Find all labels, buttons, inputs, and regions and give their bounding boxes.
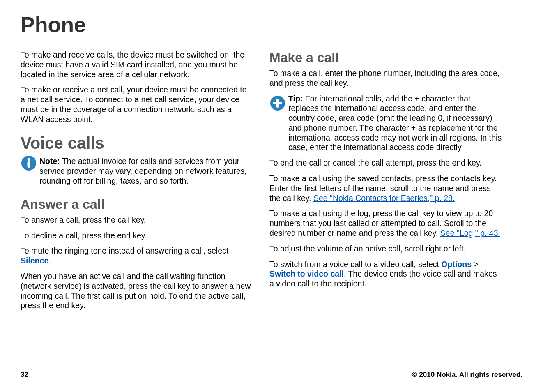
two-column-layout: To make and receive calls, the device mu… [21,50,522,316]
answer-call-text: To answer a call, press the call key. [21,215,253,225]
tip-label: Tip: [288,94,303,103]
video-text-1: To switch from a voice call to a video c… [269,260,441,269]
intro-paragraph-1: To make and receive calls, the device mu… [21,50,253,79]
heading-voice-calls: Voice calls [21,134,253,152]
switch-to-video-label: Switch to video call [269,269,344,278]
log-call-text: To make a call using the log, press the … [269,209,502,238]
decline-call-text: To decline a call, press the end key. [21,231,253,241]
video-call-text: To switch from a voice call to a video c… [269,260,502,289]
tip-icon [269,95,286,111]
link-nokia-contacts[interactable]: See "Nokia Contacts for Eseries," p. 28. [313,194,455,203]
silence-label: Silence [21,256,48,265]
chapter-title: Phone [21,12,522,37]
left-column: To make and receive calls, the device mu… [21,50,261,316]
heading-make-a-call: Make a call [269,50,502,65]
make-call-text: To make a call, enter the phone number, … [269,69,502,88]
note-text: Note: The actual invoice for calls and s… [39,157,253,186]
page-footer: 32 © 2010 Nokia. All rights reserved. [21,371,522,379]
link-log[interactable]: See "Log," p. 43. [440,228,500,238]
svg-point-1 [28,158,30,161]
mute-call-text: To mute the ringing tone instead of answ… [21,246,253,266]
volume-text: To adjust the volume of an active call, … [269,244,502,254]
end-call-text: To end the call or cancel the call attem… [269,158,502,168]
arrow-separator: > [472,260,479,269]
copyright-text: © 2010 Nokia. All rights reserved. [412,371,522,379]
tip-text: Tip: For international calls, add the + … [288,94,502,153]
note-icon [21,155,37,171]
svg-rect-5 [276,99,279,108]
call-waiting-text: When you have an active call and the cal… [21,272,253,311]
mute-text-1: To mute the ringing tone instead of answ… [21,246,228,255]
mute-text-2: . [48,256,51,265]
contacts-call-text: To make a call using the saved contacts,… [269,174,502,203]
heading-answer-a-call: Answer a call [21,197,253,212]
right-column: Make a call To make a call, enter the ph… [261,50,502,316]
tip-block: Tip: For international calls, add the + … [269,94,502,153]
options-label: Options [441,260,472,269]
svg-rect-2 [28,161,30,168]
note-block: Note: The actual invoice for calls and s… [21,157,253,186]
note-label: Note: [39,157,60,166]
tip-body: For international calls, add the + chara… [288,94,502,152]
note-body: The actual invoice for calls and service… [39,157,247,185]
page-number: 32 [21,371,28,379]
intro-paragraph-2: To make or receive a net call, your devi… [21,85,253,124]
